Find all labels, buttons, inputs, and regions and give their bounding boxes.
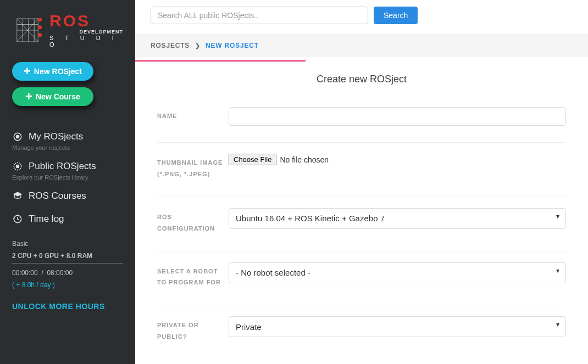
nav-public-rosjects[interactable]: Public ROSjects — [12, 161, 123, 172]
svg-point-18 — [16, 165, 19, 167]
nav-label: ROS Courses — [29, 191, 86, 201]
nav-my-rosjects[interactable]: My ROSjects — [12, 131, 123, 142]
target-dashed-icon — [12, 161, 23, 172]
search-button[interactable]: Search — [374, 7, 418, 24]
breadcrumb-current: NEW ROSJECT — [206, 42, 259, 49]
name-label: Name — [157, 107, 229, 126]
plan-tier: Basic — [12, 240, 123, 248]
nav-sub: Manage your rosjects — [12, 144, 123, 151]
ros-config-select[interactable]: Ubuntu 16.04 + ROS Kinetic + Gazebo 7 — [229, 208, 566, 229]
nav-label: Public ROSjects — [29, 161, 96, 172]
logo-brand: ROS — [49, 13, 123, 29]
nav-time-log[interactable]: Time log — [12, 214, 123, 225]
annotation-arrow — [135, 57, 306, 65]
ros-config-label: ROS Configuration — [157, 208, 229, 234]
svg-point-13 — [38, 26, 42, 30]
target-icon — [12, 131, 23, 142]
content: Create new ROSject Name Thumbnail Image … — [135, 57, 588, 343]
plan-times: 00:00:00 / 08:00:00 — [12, 269, 123, 277]
new-rosject-label: New ROSject — [34, 67, 82, 76]
privacy-select[interactable]: Private — [229, 316, 566, 337]
plan-specs: 2 CPU + 0 GPU + 8.0 RAM — [12, 252, 123, 260]
plan-add-hours[interactable]: ( + 8.0h / day ) — [12, 281, 123, 289]
chevron-right-icon: ❯ — [195, 42, 200, 49]
nav-ros-courses[interactable]: ROS Courses — [12, 191, 123, 201]
time-used: 00:00:00 — [12, 269, 38, 277]
mortarboard-icon — [12, 191, 23, 201]
search-bar: Search — [135, 0, 588, 34]
unlock-more-hours[interactable]: UNLOCK MORE HOURS — [0, 302, 135, 311]
nav-label: Time log — [29, 214, 64, 225]
form-row-name: Name — [157, 102, 566, 142]
sidebar: ROS DEVELOPMENT S T U D I O + New ROSjec… — [0, 0, 135, 364]
plan-box: Basic 2 CPU + 0 GPU + 8.0 RAM 00:00:00 /… — [0, 240, 135, 302]
divider — [12, 263, 123, 264]
search-input[interactable] — [151, 7, 368, 24]
nav-sub: Explore our ROSjects library — [12, 174, 123, 181]
logo-icon — [12, 15, 43, 46]
main: Search ROSJECTS ❯ NEW ROSJECT Create new… — [135, 0, 588, 364]
new-rosject-button[interactable]: + New ROSject — [12, 62, 93, 81]
form-row-robot: Select a robot to program for - No robot… — [157, 251, 566, 305]
logo-subtitle-1: DEVELOPMENT — [49, 29, 123, 35]
thumbnail-label: Thumbnail Image (*.PNG, *.JPEG) — [157, 154, 229, 180]
form-row-thumbnail: Thumbnail Image (*.PNG, *.JPEG) Choose F… — [157, 142, 566, 197]
robot-select[interactable]: - No robot selected - — [229, 262, 566, 283]
robot-label: Select a robot to program for — [157, 262, 229, 289]
form-row-ros-config: ROS Configuration Ubuntu 16.04 + ROS Kin… — [157, 197, 566, 251]
logo: ROS DEVELOPMENT S T U D I O — [0, 0, 135, 58]
breadcrumb: ROSJECTS ❯ NEW ROSJECT — [135, 34, 588, 57]
svg-point-12 — [38, 18, 42, 22]
logo-subtitle-2: S T U D I O — [49, 35, 123, 48]
time-total: 08:00:00 — [47, 269, 73, 277]
file-status: No file chosen — [280, 155, 329, 164]
nav: My ROSjects Manage your rosjects Public … — [0, 120, 135, 237]
nav-label: My ROSjects — [29, 131, 83, 142]
name-input[interactable] — [229, 107, 566, 126]
page-title: Create new ROSject — [157, 74, 566, 85]
svg-point-14 — [38, 33, 42, 37]
new-course-button[interactable]: + New Course — [12, 87, 93, 106]
form-row-privacy: Private or Public? Private — [157, 305, 566, 343]
choose-file-button[interactable]: Choose File — [229, 154, 276, 165]
svg-point-16 — [16, 135, 19, 138]
clock-icon — [12, 214, 23, 225]
privacy-label: Private or Public? — [157, 316, 229, 343]
new-course-label: New Course — [36, 92, 80, 101]
breadcrumb-root[interactable]: ROSJECTS — [151, 42, 190, 49]
